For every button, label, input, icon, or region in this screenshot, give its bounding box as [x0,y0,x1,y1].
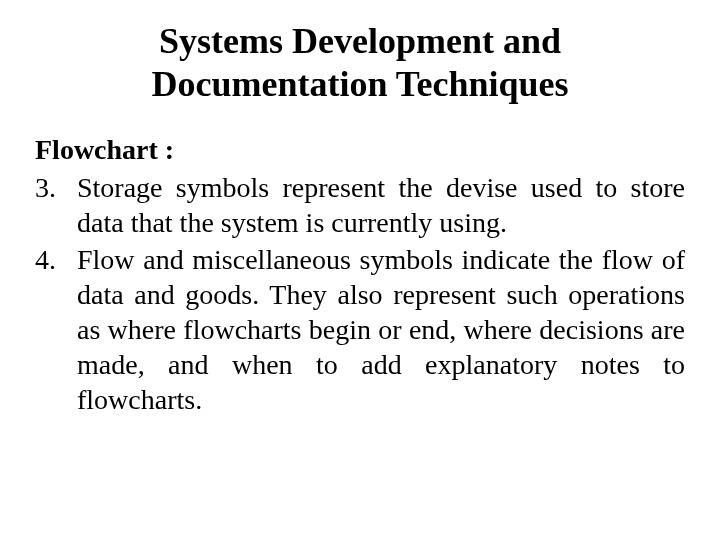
list-text: Flow and miscellaneous symbols indicate … [77,242,685,417]
title-line-2: Documentation Techniques [151,64,568,104]
title-line-1: Systems Development and [159,21,561,61]
list-number: 4. [35,242,77,417]
section-subtitle: Flowchart : [35,134,685,166]
content-list: 3. Storage symbols represent the devise … [35,170,685,417]
page-title: Systems Development and Documentation Te… [35,20,685,106]
list-number: 3. [35,170,77,240]
list-item: 4. Flow and miscellaneous symbols indica… [35,242,685,417]
list-text: Storage symbols represent the devise use… [77,170,685,240]
list-item: 3. Storage symbols represent the devise … [35,170,685,240]
